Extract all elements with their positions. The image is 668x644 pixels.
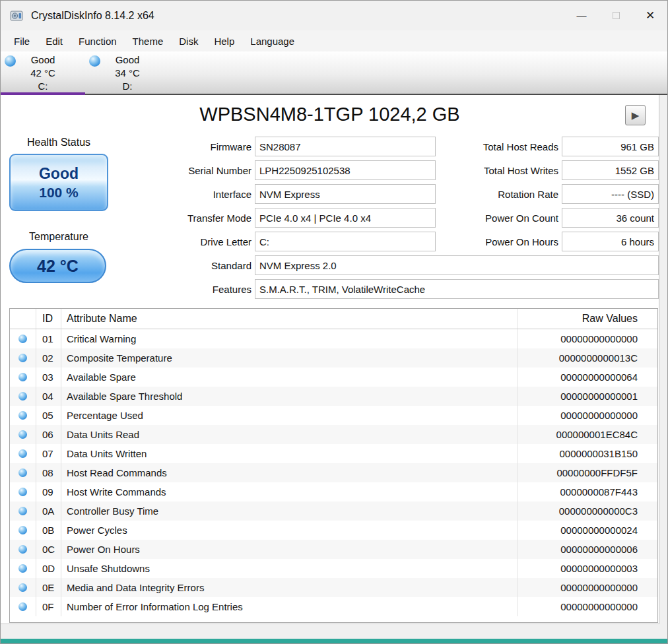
field-label: Drive Letter: [174, 236, 251, 247]
attribute-raw-value: 00000000000000: [518, 578, 657, 597]
close-icon: ✕: [646, 9, 655, 22]
menu-item[interactable]: Edit: [38, 33, 71, 49]
field-value: 36 count: [562, 208, 659, 228]
main-panel: WPBSN4M8-1TGP 1024,2 GB ▶ Health Status …: [1, 95, 659, 624]
field-label: Features: [174, 284, 251, 295]
field-label: Interface: [174, 189, 251, 200]
attribute-id: 0C: [36, 540, 61, 559]
attribute-name: Critical Warning: [61, 329, 518, 348]
temperature-indicator: 42 °C: [9, 249, 106, 283]
attribute-name: Host Read Commands: [61, 463, 518, 482]
status-dot-icon: [18, 373, 27, 381]
drive-letter: D:: [85, 80, 170, 93]
field-value: S.M.A.R.T., TRIM, VolatileWriteCache: [255, 279, 659, 299]
status-dot-icon: [18, 583, 27, 592]
table-row: 08 Host Read Commands 00000000FFDF5F: [10, 463, 657, 482]
status-dot-icon: [18, 392, 27, 401]
attribute-name: Data Units Written: [61, 444, 518, 463]
health-status-button[interactable]: Good 100 %: [9, 154, 108, 211]
status-dot-icon: [18, 507, 27, 515]
status-cell: [10, 348, 36, 368]
health-temperature-column: Health Status Good 100 % Temperature 42 …: [9, 137, 108, 283]
table-row: 0A Controller Busy Time 000000000000C3: [10, 501, 657, 521]
attribute-raw-value: 00000000000064: [518, 368, 657, 387]
attribute-id: 07: [36, 444, 61, 463]
attribute-id: 0A: [36, 501, 61, 521]
table-row: 09 Host Write Commands 0000000087F443: [10, 482, 657, 501]
menu-item[interactable]: Disk: [171, 33, 206, 49]
attribute-id: 0F: [36, 597, 61, 616]
field-value: 961 GB: [562, 137, 659, 156]
status-cell: [10, 368, 36, 387]
attribute-raw-value: 00000000000001: [518, 387, 657, 406]
status-dot-icon: [18, 545, 27, 554]
attribute-id: 06: [36, 425, 61, 444]
status-cell: [10, 329, 36, 348]
menu-item[interactable]: File: [6, 33, 38, 49]
attribute-raw-value: 00000000000000: [518, 597, 657, 616]
titlebar: CrystalDiskInfo 8.14.2 x64 — ✕: [1, 1, 667, 30]
attribute-name: Number of Error Information Log Entries: [61, 597, 518, 616]
bottom-accent-bar: [1, 639, 667, 643]
app-window: CrystalDiskInfo 8.14.2 x64 — ✕ File Edit…: [0, 0, 668, 644]
menu-item[interactable]: Theme: [125, 33, 172, 49]
drive-model-title: WPBSN4M8-1TGP 1024,2 GB: [1, 95, 659, 133]
field-label: Firmware: [174, 141, 251, 152]
close-button[interactable]: ✕: [633, 1, 667, 30]
menu-item[interactable]: Function: [71, 33, 125, 49]
attribute-id: 08: [36, 463, 61, 482]
table-row: 02 Composite Temperature 0000000000013C: [10, 348, 657, 368]
alert-play-button[interactable]: ▶: [625, 105, 646, 125]
field-label: Power On Hours: [463, 236, 558, 247]
table-row: 07 Data Units Written 0000000031B150: [10, 444, 657, 463]
drive-status-orb-icon: [89, 55, 100, 67]
field-value: ---- (SSD): [562, 184, 659, 204]
status-cell: [10, 387, 36, 406]
drive-status-orb-icon: [5, 55, 16, 67]
attribute-id: 0E: [36, 578, 61, 597]
attribute-name-column-header: Attribute Name: [61, 309, 518, 329]
table-row: 01 Critical Warning 00000000000000: [10, 329, 657, 348]
window-controls: — ✕: [564, 1, 667, 30]
status-dot-icon: [18, 430, 27, 439]
drive-tabs: Good 42 °C C: Good 34 °C D:: [1, 51, 667, 95]
status-column-header: [10, 309, 36, 329]
field-row: Power On Count 36 count: [463, 208, 659, 228]
status-dot-icon: [18, 602, 27, 611]
field-row: Power On Hours 6 hours: [463, 232, 659, 251]
status-cell: [10, 597, 36, 616]
attribute-raw-value: 00000000FFDF5F: [518, 463, 657, 482]
health-percent-value: 100 %: [39, 183, 79, 202]
status-dot-icon: [18, 526, 27, 534]
minimize-button[interactable]: —: [564, 1, 599, 30]
attribute-id: 01: [36, 329, 61, 348]
field-row: Standard NVM Express 2.0: [174, 255, 659, 275]
menu-item[interactable]: Help: [206, 33, 242, 49]
table-row: 0D Unsafe Shutdowns 00000000000003: [10, 559, 657, 578]
maximize-icon: [613, 12, 620, 19]
status-cell: [10, 425, 36, 444]
field-label: Standard: [174, 260, 251, 271]
status-dot-icon: [18, 354, 27, 362]
maximize-button[interactable]: [599, 1, 633, 30]
table-row: 0B Power Cycles 00000000000024: [10, 521, 657, 540]
smart-attribute-table: ID Attribute Name Raw Values 01 Critical…: [9, 308, 658, 623]
drive-temperature: 34 °C: [85, 67, 170, 80]
drive-letter: C:: [1, 80, 85, 93]
bottom-spacer: [1, 624, 667, 639]
field-value: PCIe 4.0 x4 | PCIe 4.0 x4: [255, 208, 436, 228]
window-title: CrystalDiskInfo 8.14.2 x64: [31, 10, 564, 22]
status-cell: [10, 540, 36, 559]
status-cell: [10, 463, 36, 482]
menu-item[interactable]: Language: [242, 33, 302, 49]
attribute-raw-value: 0000000087F443: [518, 482, 657, 501]
field-value: 6 hours: [562, 232, 659, 251]
drive-tab[interactable]: Good 34 °C D:: [85, 51, 170, 94]
drive-tab[interactable]: Good 42 °C C:: [1, 51, 85, 94]
status-cell: [10, 501, 36, 521]
attribute-name: Controller Busy Time: [61, 501, 518, 521]
health-status-value: Good: [39, 164, 79, 183]
attribute-name: Host Write Commands: [61, 482, 518, 501]
attribute-id: 0D: [36, 559, 61, 578]
attribute-name: Unsafe Shutdowns: [61, 559, 518, 578]
